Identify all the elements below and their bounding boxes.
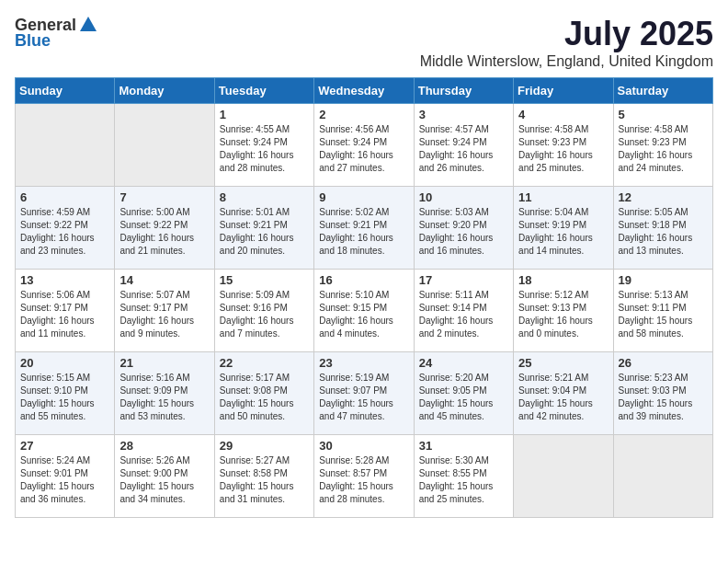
calendar-cell: 13Sunrise: 5:06 AM Sunset: 9:17 PM Dayli… xyxy=(16,270,115,352)
day-number: 11 xyxy=(518,190,608,204)
calendar-header-friday: Friday xyxy=(514,78,613,104)
day-info: Sunrise: 5:24 AM Sunset: 9:01 PM Dayligh… xyxy=(20,454,109,506)
month-title: July 2025 xyxy=(420,15,713,53)
svg-marker-0 xyxy=(80,17,97,31)
day-info: Sunrise: 5:17 AM Sunset: 9:08 PM Dayligh… xyxy=(220,372,309,423)
calendar-cell: 12Sunrise: 5:05 AM Sunset: 9:18 PM Dayli… xyxy=(613,187,712,270)
day-info: Sunrise: 5:28 AM Sunset: 8:57 PM Dayligh… xyxy=(319,454,408,506)
calendar-cell: 2Sunrise: 4:56 AM Sunset: 9:24 PM Daylig… xyxy=(314,104,414,187)
calendar-cell: 27Sunrise: 5:24 AM Sunset: 9:01 PM Dayli… xyxy=(16,435,115,518)
day-number: 23 xyxy=(319,356,408,370)
day-info: Sunrise: 5:04 AM Sunset: 9:19 PM Dayligh… xyxy=(518,206,608,258)
calendar-cell: 6Sunrise: 4:59 AM Sunset: 9:22 PM Daylig… xyxy=(16,187,115,270)
logo-blue-text: Blue xyxy=(15,31,51,51)
calendar-cell: 21Sunrise: 5:16 AM Sunset: 9:09 PM Dayli… xyxy=(115,352,214,435)
calendar-header-row: SundayMondayTuesdayWednesdayThursdayFrid… xyxy=(16,78,713,104)
calendar-cell: 1Sunrise: 4:55 AM Sunset: 9:24 PM Daylig… xyxy=(214,104,313,187)
day-info: Sunrise: 4:58 AM Sunset: 9:23 PM Dayligh… xyxy=(518,123,608,175)
calendar-week-row: 20Sunrise: 5:15 AM Sunset: 9:10 PM Dayli… xyxy=(16,352,713,435)
calendar-cell: 4Sunrise: 4:58 AM Sunset: 9:23 PM Daylig… xyxy=(514,104,613,187)
day-number: 22 xyxy=(220,356,309,370)
calendar-cell: 7Sunrise: 5:00 AM Sunset: 9:22 PM Daylig… xyxy=(115,187,214,270)
day-info: Sunrise: 5:20 AM Sunset: 9:05 PM Dayligh… xyxy=(419,372,508,423)
calendar-cell xyxy=(613,435,712,518)
calendar-header-wednesday: Wednesday xyxy=(314,78,414,104)
calendar-header-thursday: Thursday xyxy=(414,78,513,104)
day-number: 9 xyxy=(319,190,408,204)
day-info: Sunrise: 5:03 AM Sunset: 9:20 PM Dayligh… xyxy=(419,206,508,258)
day-info: Sunrise: 5:09 AM Sunset: 9:16 PM Dayligh… xyxy=(220,289,309,340)
calendar-cell: 10Sunrise: 5:03 AM Sunset: 9:20 PM Dayli… xyxy=(414,187,513,270)
day-info: Sunrise: 5:01 AM Sunset: 9:21 PM Dayligh… xyxy=(220,206,309,258)
calendar-cell: 5Sunrise: 4:58 AM Sunset: 9:23 PM Daylig… xyxy=(613,104,712,187)
day-info: Sunrise: 4:59 AM Sunset: 9:22 PM Dayligh… xyxy=(20,206,109,258)
day-number: 21 xyxy=(119,356,209,370)
logo-icon xyxy=(78,15,98,35)
day-info: Sunrise: 4:56 AM Sunset: 9:24 PM Dayligh… xyxy=(319,123,408,175)
calendar-cell: 18Sunrise: 5:12 AM Sunset: 9:13 PM Dayli… xyxy=(514,270,613,352)
day-info: Sunrise: 5:06 AM Sunset: 9:17 PM Dayligh… xyxy=(20,289,109,340)
day-number: 18 xyxy=(518,273,608,287)
day-number: 27 xyxy=(20,439,109,453)
calendar-week-row: 27Sunrise: 5:24 AM Sunset: 9:01 PM Dayli… xyxy=(16,435,713,518)
day-info: Sunrise: 5:11 AM Sunset: 9:14 PM Dayligh… xyxy=(419,289,508,340)
day-number: 20 xyxy=(20,356,109,370)
day-number: 31 xyxy=(419,439,508,453)
calendar-cell: 28Sunrise: 5:26 AM Sunset: 9:00 PM Dayli… xyxy=(115,435,214,518)
day-number: 14 xyxy=(119,273,209,287)
calendar-cell: 31Sunrise: 5:30 AM Sunset: 8:55 PM Dayli… xyxy=(414,435,513,518)
day-number: 2 xyxy=(319,108,408,121)
day-info: Sunrise: 5:27 AM Sunset: 8:58 PM Dayligh… xyxy=(220,454,309,506)
calendar-cell: 30Sunrise: 5:28 AM Sunset: 8:57 PM Dayli… xyxy=(314,435,414,518)
calendar-cell: 14Sunrise: 5:07 AM Sunset: 9:17 PM Dayli… xyxy=(115,270,214,352)
location-title: Middle Winterslow, England, United Kingd… xyxy=(420,53,713,70)
calendar-week-row: 6Sunrise: 4:59 AM Sunset: 9:22 PM Daylig… xyxy=(16,187,713,270)
day-info: Sunrise: 5:30 AM Sunset: 8:55 PM Dayligh… xyxy=(419,454,508,506)
calendar-cell: 26Sunrise: 5:23 AM Sunset: 9:03 PM Dayli… xyxy=(613,352,712,435)
header: General Blue July 2025 Middle Winterslow… xyxy=(15,15,713,70)
calendar-header-saturday: Saturday xyxy=(613,78,712,104)
day-info: Sunrise: 5:26 AM Sunset: 9:00 PM Dayligh… xyxy=(119,454,209,506)
day-info: Sunrise: 5:10 AM Sunset: 9:15 PM Dayligh… xyxy=(319,289,408,340)
calendar-cell: 23Sunrise: 5:19 AM Sunset: 9:07 PM Dayli… xyxy=(314,352,414,435)
day-info: Sunrise: 4:55 AM Sunset: 9:24 PM Dayligh… xyxy=(220,123,309,175)
calendar-header-sunday: Sunday xyxy=(16,78,115,104)
calendar-cell: 20Sunrise: 5:15 AM Sunset: 9:10 PM Dayli… xyxy=(16,352,115,435)
calendar-header-tuesday: Tuesday xyxy=(214,78,313,104)
calendar-week-row: 13Sunrise: 5:06 AM Sunset: 9:17 PM Dayli… xyxy=(16,270,713,352)
calendar-cell: 8Sunrise: 5:01 AM Sunset: 9:21 PM Daylig… xyxy=(214,187,313,270)
day-number: 28 xyxy=(119,439,209,453)
calendar-cell: 19Sunrise: 5:13 AM Sunset: 9:11 PM Dayli… xyxy=(613,270,712,352)
logo: General Blue xyxy=(15,15,98,51)
day-info: Sunrise: 5:12 AM Sunset: 9:13 PM Dayligh… xyxy=(518,289,608,340)
day-number: 16 xyxy=(319,273,408,287)
day-number: 13 xyxy=(20,273,109,287)
day-number: 10 xyxy=(419,190,508,204)
day-number: 6 xyxy=(20,190,109,204)
calendar-cell xyxy=(115,104,214,187)
day-info: Sunrise: 4:58 AM Sunset: 9:23 PM Dayligh… xyxy=(619,123,708,175)
day-number: 5 xyxy=(619,108,708,121)
day-number: 7 xyxy=(119,190,209,204)
calendar-cell: 25Sunrise: 5:21 AM Sunset: 9:04 PM Dayli… xyxy=(514,352,613,435)
calendar-cell: 9Sunrise: 5:02 AM Sunset: 9:21 PM Daylig… xyxy=(314,187,414,270)
day-number: 12 xyxy=(619,190,708,204)
calendar-cell xyxy=(16,104,115,187)
day-info: Sunrise: 5:15 AM Sunset: 9:10 PM Dayligh… xyxy=(20,372,109,423)
day-number: 4 xyxy=(518,108,608,121)
title-area: July 2025 Middle Winterslow, England, Un… xyxy=(420,15,713,70)
day-number: 8 xyxy=(220,190,309,204)
calendar-cell xyxy=(514,435,613,518)
day-info: Sunrise: 5:07 AM Sunset: 9:17 PM Dayligh… xyxy=(119,289,209,340)
day-number: 1 xyxy=(220,108,309,121)
calendar-cell: 15Sunrise: 5:09 AM Sunset: 9:16 PM Dayli… xyxy=(214,270,313,352)
day-info: Sunrise: 5:00 AM Sunset: 9:22 PM Dayligh… xyxy=(119,206,209,258)
day-info: Sunrise: 5:13 AM Sunset: 9:11 PM Dayligh… xyxy=(619,289,708,340)
calendar-cell: 11Sunrise: 5:04 AM Sunset: 9:19 PM Dayli… xyxy=(514,187,613,270)
day-info: Sunrise: 5:05 AM Sunset: 9:18 PM Dayligh… xyxy=(619,206,708,258)
day-info: Sunrise: 5:23 AM Sunset: 9:03 PM Dayligh… xyxy=(619,372,708,423)
day-number: 25 xyxy=(518,356,608,370)
calendar-cell: 16Sunrise: 5:10 AM Sunset: 9:15 PM Dayli… xyxy=(314,270,414,352)
calendar-table: SundayMondayTuesdayWednesdayThursdayFrid… xyxy=(15,77,713,518)
day-info: Sunrise: 5:19 AM Sunset: 9:07 PM Dayligh… xyxy=(319,372,408,423)
